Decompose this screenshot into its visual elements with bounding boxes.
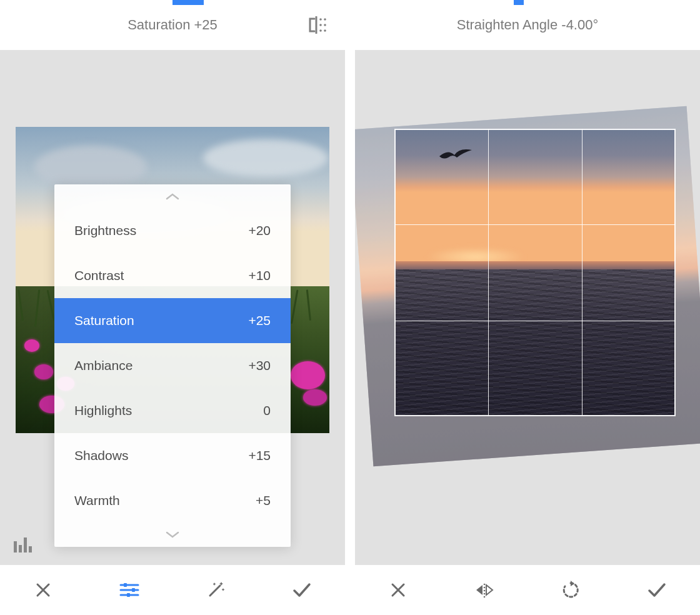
check-icon (292, 582, 312, 598)
adjust-row-shadows[interactable]: Shadows+15 (54, 433, 291, 478)
svg-rect-13 (124, 583, 127, 587)
close-icon (389, 581, 407, 599)
adjust-label: Warmth (74, 493, 120, 508)
wand-icon (206, 581, 225, 599)
adjust-row-saturation[interactable]: Saturation+25 (54, 298, 291, 343)
adjust-label: Contrast (74, 268, 124, 283)
adjust-label: Highlights (74, 403, 132, 418)
flip-button[interactable] (441, 565, 528, 615)
scroll-up-icon (54, 184, 291, 208)
adjust-value: +10 (248, 268, 271, 283)
adjust-value: +15 (248, 448, 271, 463)
flip-horiz-icon (474, 582, 495, 598)
histogram-button[interactable] (14, 538, 32, 552)
svg-rect-7 (19, 545, 22, 552)
adjust-row-brightness[interactable]: Brightness+20 (54, 208, 291, 253)
adjust-value: +30 (248, 358, 271, 373)
svg-point-21 (484, 596, 486, 598)
svg-point-17 (484, 584, 486, 586)
header-title: Saturation +25 (128, 17, 218, 33)
bird-icon (438, 148, 473, 164)
angle-slider-fill (514, 0, 524, 5)
svg-rect-15 (127, 593, 130, 597)
svg-rect-6 (14, 541, 17, 552)
value-slider-track[interactable] (0, 0, 345, 5)
bottom-toolbar (355, 565, 700, 615)
svg-point-4 (324, 24, 326, 26)
svg-rect-8 (24, 538, 27, 552)
rotate-button[interactable] (528, 565, 614, 615)
crop-frame[interactable] (394, 129, 676, 416)
effects-button[interactable] (172, 565, 259, 615)
svg-point-3 (324, 18, 326, 21)
close-icon (34, 581, 52, 599)
svg-point-2 (319, 29, 322, 32)
adjust-label: Ambiance (74, 358, 132, 373)
adjust-row-ambiance[interactable]: Ambiance+30 (54, 343, 291, 388)
adjust-label: Saturation (74, 313, 134, 328)
svg-point-19 (484, 590, 486, 592)
image-preview[interactable] (371, 111, 684, 461)
compare-icon (308, 16, 329, 34)
angle-slider-track[interactable] (355, 0, 700, 5)
adjust-row-highlights[interactable]: Highlights0 (54, 388, 291, 433)
svg-rect-14 (132, 588, 135, 592)
compare-button[interactable] (308, 0, 329, 50)
histogram-icon (14, 538, 32, 552)
bottom-toolbar (0, 565, 345, 615)
apply-button[interactable] (614, 565, 700, 615)
adjust-row-warmth[interactable]: Warmth+5 (54, 478, 291, 523)
adjust-value: +20 (248, 223, 271, 238)
tune-button[interactable] (86, 565, 172, 615)
adjust-value: +25 (248, 313, 271, 328)
header: Straighten Angle -4.00° (355, 0, 700, 50)
adjust-label: Brightness (74, 223, 136, 238)
svg-line-16 (210, 586, 220, 596)
adjustment-panel[interactable]: Brightness+20Contrast+10Saturation+25Amb… (54, 184, 291, 547)
adjust-label: Shadows (74, 448, 128, 463)
header-title: Straighten Angle -4.00° (457, 17, 599, 33)
check-icon (647, 582, 667, 598)
sliders-icon (119, 582, 139, 598)
svg-point-0 (319, 18, 322, 21)
apply-button[interactable] (259, 565, 345, 615)
value-slider-fill (172, 0, 204, 5)
svg-point-18 (484, 587, 486, 589)
rotate-cw-icon (561, 581, 580, 599)
svg-point-20 (484, 593, 486, 595)
screen-tune: Saturation +25 (0, 0, 345, 615)
close-button[interactable] (0, 565, 86, 615)
adjust-value: +5 (256, 493, 271, 508)
adjust-row-contrast[interactable]: Contrast+10 (54, 253, 291, 298)
svg-point-1 (319, 24, 322, 26)
adjust-value: 0 (263, 403, 271, 418)
svg-point-5 (324, 29, 326, 32)
screen-straighten: Straighten Angle -4.00° (355, 0, 700, 615)
close-button[interactable] (355, 565, 441, 615)
svg-rect-9 (29, 546, 32, 552)
scroll-down-icon (54, 523, 291, 547)
header: Saturation +25 (0, 0, 345, 50)
